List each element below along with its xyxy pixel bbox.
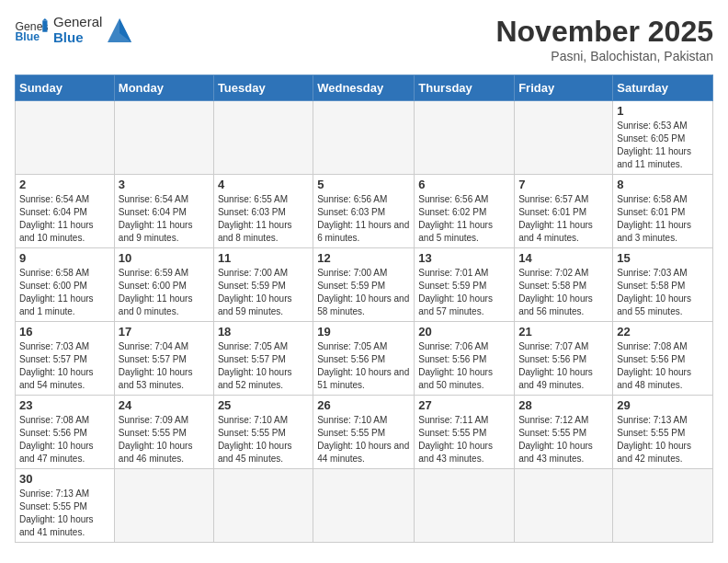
empty-cell xyxy=(613,469,713,543)
calendar-row-4: 16 Sunrise: 7:03 AMSunset: 5:57 PMDaylig… xyxy=(16,322,713,396)
day-20: 20 Sunrise: 7:06 AMSunset: 5:56 PMDaylig… xyxy=(415,322,515,396)
header-saturday: Saturday xyxy=(613,75,713,101)
empty-cell xyxy=(515,469,613,543)
calendar-row-6: 30 Sunrise: 7:13 AMSunset: 5:55 PMDaylig… xyxy=(16,469,713,543)
empty-cell xyxy=(415,101,515,175)
day-3: 3 Sunrise: 6:54 AMSunset: 6:04 PMDayligh… xyxy=(114,175,213,248)
header-wednesday: Wednesday xyxy=(313,75,415,101)
day-28: 28 Sunrise: 7:12 AMSunset: 5:55 PMDaylig… xyxy=(515,396,613,469)
day-30: 30 Sunrise: 7:13 AMSunset: 5:55 PMDaylig… xyxy=(16,469,115,543)
header-sunday: Sunday xyxy=(16,75,115,101)
day-18: 18 Sunrise: 7:05 AMSunset: 5:57 PMDaylig… xyxy=(213,322,313,396)
day-13: 13 Sunrise: 7:01 AMSunset: 5:59 PMDaylig… xyxy=(415,248,515,322)
day-4: 4 Sunrise: 6:55 AMSunset: 6:03 PMDayligh… xyxy=(213,175,313,248)
day-2: 2 Sunrise: 6:54 AMSunset: 6:04 PMDayligh… xyxy=(16,175,115,248)
empty-cell xyxy=(114,469,213,543)
day-26: 26 Sunrise: 7:10 AMSunset: 5:55 PMDaylig… xyxy=(313,396,415,469)
empty-cell xyxy=(213,101,313,175)
calendar-table: Sunday Monday Tuesday Wednesday Thursday… xyxy=(15,75,713,543)
day-16: 16 Sunrise: 7:03 AMSunset: 5:57 PMDaylig… xyxy=(16,322,115,396)
day-21: 21 Sunrise: 7:07 AMSunset: 5:56 PMDaylig… xyxy=(515,322,613,396)
day-11: 11 Sunrise: 7:00 AMSunset: 5:59 PMDaylig… xyxy=(213,248,313,322)
calendar-row-1: 1 Sunrise: 6:53 AMSunset: 6:05 PMDayligh… xyxy=(16,101,713,175)
header-tuesday: Tuesday xyxy=(213,75,313,101)
day-27: 27 Sunrise: 7:11 AMSunset: 5:55 PMDaylig… xyxy=(415,396,515,469)
logo-blue: Blue xyxy=(53,30,102,46)
day-6: 6 Sunrise: 6:56 AMSunset: 6:02 PMDayligh… xyxy=(415,175,515,248)
svg-text:Blue: Blue xyxy=(16,30,40,43)
empty-cell xyxy=(515,101,613,175)
day-14: 14 Sunrise: 7:02 AMSunset: 5:58 PMDaylig… xyxy=(515,248,613,322)
calendar-row-5: 23 Sunrise: 7:08 AMSunset: 5:56 PMDaylig… xyxy=(16,396,713,469)
calendar-row-3: 9 Sunrise: 6:58 AMSunset: 6:00 PMDayligh… xyxy=(16,248,713,322)
logo-icon: General Blue xyxy=(15,17,48,43)
empty-cell xyxy=(313,101,415,175)
svg-marker-2 xyxy=(42,20,47,31)
day-19: 19 Sunrise: 7:05 AMSunset: 5:56 PMDaylig… xyxy=(313,322,415,396)
day-7: 7 Sunrise: 6:57 AMSunset: 6:01 PMDayligh… xyxy=(515,175,613,248)
day-23: 23 Sunrise: 7:08 AMSunset: 5:56 PMDaylig… xyxy=(16,396,115,469)
day-15: 15 Sunrise: 7:03 AMSunset: 5:58 PMDaylig… xyxy=(613,248,713,322)
logo-general: General xyxy=(53,15,102,30)
header-thursday: Thursday xyxy=(415,75,515,101)
location-subtitle: Pasni, Balochistan, Pakistan xyxy=(495,49,713,63)
day-25: 25 Sunrise: 7:10 AMSunset: 5:55 PMDaylig… xyxy=(213,396,313,469)
header-friday: Friday xyxy=(515,75,613,101)
month-title: November 2025 xyxy=(495,15,713,49)
day-29: 29 Sunrise: 7:13 AMSunset: 5:55 PMDaylig… xyxy=(613,396,713,469)
header-monday: Monday xyxy=(114,75,213,101)
empty-cell xyxy=(16,101,115,175)
empty-cell xyxy=(313,469,415,543)
empty-cell xyxy=(114,101,213,175)
day-17: 17 Sunrise: 7:04 AMSunset: 5:57 PMDaylig… xyxy=(114,322,213,396)
weekday-header-row: Sunday Monday Tuesday Wednesday Thursday… xyxy=(16,75,713,101)
logo: General Blue General Blue xyxy=(15,15,133,45)
title-block: November 2025 Pasni, Balochistan, Pakist… xyxy=(495,15,713,63)
logo-triangle-icon xyxy=(106,17,133,44)
day-9: 9 Sunrise: 6:58 AMSunset: 6:00 PMDayligh… xyxy=(16,248,115,322)
empty-cell xyxy=(415,469,515,543)
day-1: 1 Sunrise: 6:53 AMSunset: 6:05 PMDayligh… xyxy=(613,101,713,175)
page-header: General Blue General Blue November 2025 … xyxy=(15,15,713,63)
empty-cell xyxy=(213,469,313,543)
day-12: 12 Sunrise: 7:00 AMSunset: 5:59 PMDaylig… xyxy=(313,248,415,322)
day-8: 8 Sunrise: 6:58 AMSunset: 6:01 PMDayligh… xyxy=(613,175,713,248)
day-10: 10 Sunrise: 6:59 AMSunset: 6:00 PMDaylig… xyxy=(114,248,213,322)
day-22: 22 Sunrise: 7:08 AMSunset: 5:56 PMDaylig… xyxy=(613,322,713,396)
calendar-row-2: 2 Sunrise: 6:54 AMSunset: 6:04 PMDayligh… xyxy=(16,175,713,248)
day-5: 5 Sunrise: 6:56 AMSunset: 6:03 PMDayligh… xyxy=(313,175,415,248)
day-24: 24 Sunrise: 7:09 AMSunset: 5:55 PMDaylig… xyxy=(114,396,213,469)
